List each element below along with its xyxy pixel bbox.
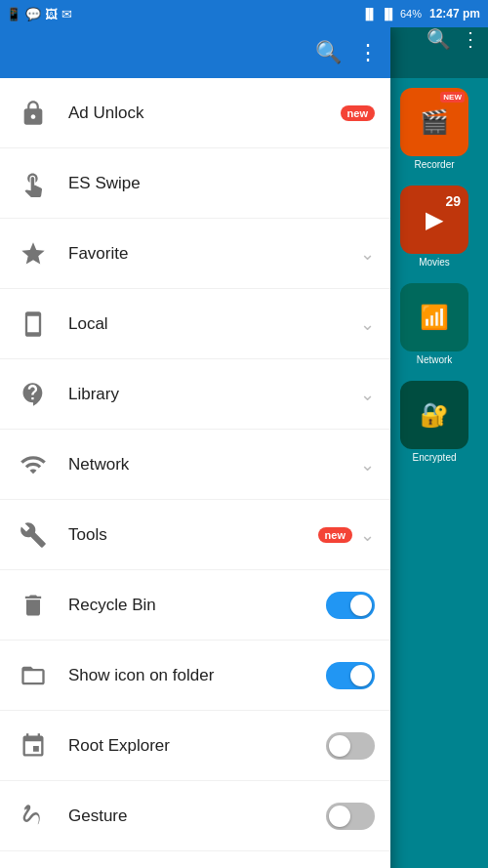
library-icon (16, 377, 51, 412)
library-label: Library (68, 385, 352, 404)
local-icon (16, 307, 51, 342)
local-label: Local (68, 314, 352, 334)
app-recorder-label: Recorder (414, 159, 454, 170)
ad-unlock-icon (16, 96, 51, 131)
root-explorer-toggle[interactable] (326, 732, 375, 760)
signal-icon: ▐▌ (362, 8, 378, 20)
more-icon-right[interactable]: ⋮ (461, 27, 480, 51)
battery-level: 64% (400, 8, 422, 20)
app-network-label: Network (417, 354, 453, 365)
app-recorder[interactable]: NEW 🎬 Recorder (390, 88, 478, 170)
menu-item-library[interactable]: Library ⌄ (0, 359, 390, 430)
email-icon: ✉ (61, 7, 72, 21)
show-icon-on-folder-icon (16, 658, 51, 693)
recycle-bin-icon (16, 588, 51, 623)
tools-badge: new (318, 527, 352, 543)
status-time: 12:47 pm (429, 7, 480, 21)
network-label: Network (68, 455, 352, 475)
root-explorer-icon (16, 728, 51, 764)
right-panel: 🔍 ⋮ NEW 🎬 Recorder 29 ▶ Movies 📶 Network (381, 0, 488, 868)
menu-item-tools[interactable]: Tools new ⌄ (0, 500, 390, 570)
recycle-bin-toggle-knob (350, 595, 372, 616)
network-icon (16, 447, 51, 482)
status-bar: 📱 💬 🖼 ✉ ▐▌ ▐▌ 64% 12:47 pm (0, 0, 488, 27)
app-movies-number: 29 (445, 193, 461, 209)
signal2-icon: ▐▌ (381, 8, 396, 20)
drawer-search-icon[interactable]: 🔍 (315, 40, 342, 65)
favorite-icon (16, 236, 51, 271)
app-network[interactable]: 📶 Network (390, 283, 478, 365)
show-icon-label: Show icon on folder (68, 666, 326, 685)
menu-item-root-explorer[interactable]: Root Explorer (0, 711, 390, 781)
gesture-toggle[interactable] (326, 803, 375, 830)
drawer-more-icon[interactable]: ⋮ (357, 40, 379, 65)
show-icon-toggle[interactable] (326, 662, 375, 689)
menu-item-es-swipe[interactable]: ES Swipe (0, 148, 390, 219)
es-swipe-label: ES Swipe (68, 174, 375, 193)
gesture-icon (16, 799, 51, 834)
app-encrypted-label: Encrypted (412, 452, 456, 463)
menu-item-gesture[interactable]: Gesture (0, 781, 390, 851)
recycle-bin-toggle[interactable] (326, 592, 375, 619)
favorite-chevron: ⌄ (360, 243, 375, 265)
favorite-label: Favorite (68, 244, 352, 264)
menu-item-local[interactable]: Local ⌄ (0, 289, 390, 359)
new-badge-recorder: NEW (440, 92, 465, 103)
chat-icon: 💬 (25, 7, 41, 21)
root-explorer-toggle-knob (329, 735, 350, 757)
library-chevron: ⌄ (360, 384, 375, 405)
drawer: 🔍 ⋮ Ad Unlock new ES Swipe Favorite ⌄ Lo… (0, 27, 390, 868)
menu-item-network[interactable]: Network ⌄ (0, 430, 390, 500)
local-chevron: ⌄ (360, 313, 375, 335)
tools-chevron: ⌄ (360, 524, 375, 546)
menu-item-ad-unlock[interactable]: Ad Unlock new (0, 78, 390, 148)
gesture-toggle-knob (329, 806, 350, 827)
ad-unlock-label: Ad Unlock (68, 103, 333, 123)
phone-icon: 📱 (6, 7, 21, 21)
menu-item-recycle-bin[interactable]: Recycle Bin (0, 570, 390, 641)
search-icon-right[interactable]: 🔍 (427, 27, 451, 51)
status-icons-right: ▐▌ ▐▌ 64% 12:47 pm (362, 7, 480, 21)
recycle-bin-label: Recycle Bin (68, 596, 326, 615)
menu-item-show-icon[interactable]: Show icon on folder (0, 641, 390, 711)
tools-icon (16, 517, 51, 553)
es-swipe-icon (16, 166, 51, 201)
show-icon-toggle-knob (350, 665, 372, 686)
root-explorer-label: Root Explorer (68, 736, 326, 756)
tools-label: Tools (68, 525, 310, 545)
gesture-label: Gesture (68, 806, 326, 826)
image-icon: 🖼 (45, 7, 58, 21)
notification-icons: 📱 💬 🖼 ✉ (0, 0, 72, 27)
app-movies[interactable]: 29 ▶ Movies (390, 186, 478, 268)
network-chevron: ⌄ (360, 454, 375, 475)
drawer-header: 🔍 ⋮ (0, 27, 390, 78)
app-movies-label: Movies (419, 257, 450, 268)
ad-unlock-badge: new (341, 105, 375, 121)
menu-item-favorite[interactable]: Favorite ⌄ (0, 219, 390, 289)
app-encrypted[interactable]: 🔐 Encrypted (390, 381, 478, 463)
